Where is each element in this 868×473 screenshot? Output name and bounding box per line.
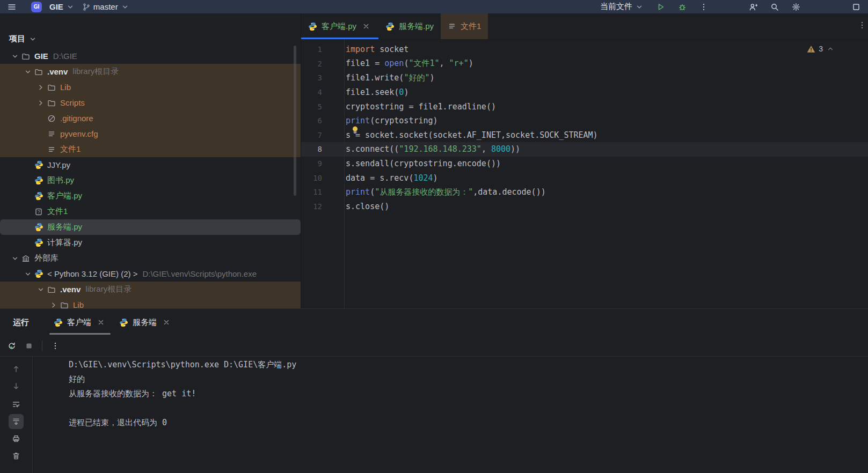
line-number[interactable]: 9 [301, 159, 344, 168]
tree-item[interactable]: .gitignore [0, 110, 301, 126]
console-line [69, 401, 868, 416]
line-number[interactable]: 3 [301, 73, 344, 82]
tree-item[interactable]: 文件1 [0, 142, 301, 157]
chevron-down-icon [28, 35, 37, 43]
chevron-down-icon[interactable] [21, 270, 34, 278]
rerun-icon[interactable] [8, 342, 16, 350]
editor-tab[interactable]: 客户端.py [301, 13, 378, 39]
soft-wrap-button[interactable] [9, 397, 24, 412]
editor-tab[interactable]: 文件1 [441, 13, 488, 39]
run-tool-window: 运行 客户端服务端 D:\GIE\.venv\Scripts\python.ex… [0, 308, 868, 473]
tree-item[interactable]: pyvenv.cfg [0, 126, 301, 142]
inspections-widget[interactable]: 3 [807, 45, 835, 53]
tree-item[interactable]: 客户端.py [0, 188, 301, 204]
tree-item[interactable]: Lib [0, 297, 301, 308]
more-options-icon[interactable] [51, 342, 60, 350]
code-line: 11print("从服务器接收的数据为：",data.decode()) [301, 185, 868, 199]
run-tab[interactable]: 客户端 [47, 309, 113, 336]
tree-item[interactable]: GIED:\GIE [0, 48, 301, 64]
run-configuration-selector[interactable]: 当前文件 [600, 2, 644, 12]
python-icon [34, 238, 47, 247]
run-panel-title[interactable]: 运行 [13, 317, 29, 328]
tree-item[interactable]: 图书.py [0, 173, 301, 188]
code-line: 10data = s.recv(1024) [301, 171, 868, 185]
python-icon [308, 22, 317, 31]
close-icon[interactable] [96, 317, 106, 328]
tree-item-label: GIE [34, 51, 48, 61]
search-icon[interactable] [770, 3, 779, 11]
line-number[interactable]: 8 [301, 145, 344, 153]
arrow-up-button[interactable] [9, 361, 24, 376]
console-line: 好的 [69, 372, 868, 387]
line-number[interactable]: 11 [301, 188, 344, 196]
printer-button[interactable] [9, 431, 24, 446]
window-icon[interactable] [852, 3, 860, 11]
chevron-right-icon[interactable] [34, 83, 47, 92]
line-number[interactable]: 12 [301, 202, 344, 211]
console-line: D:\GIE\.venv\Scripts\python.exe D:\GIE\客… [69, 358, 868, 372]
tree-item[interactable]: .venvlibrary根目录 [0, 64, 301, 79]
chevron-right-icon[interactable] [34, 99, 47, 107]
editor-tab-label: 客户端.py [322, 21, 356, 32]
line-number[interactable]: 7 [301, 131, 344, 139]
tree-item[interactable]: .venvlibrary根目录 [0, 282, 301, 297]
stop-icon[interactable] [25, 342, 33, 350]
editor-tab[interactable]: 服务端.py [378, 13, 441, 39]
more-vertical-icon[interactable] [699, 3, 708, 11]
project-name: GIE [49, 2, 63, 11]
tree-item[interactable]: JJY.py [0, 157, 301, 173]
chevron-right-icon[interactable] [47, 301, 60, 309]
project-tree-scrollbar[interactable] [294, 46, 296, 196]
python-icon [34, 160, 47, 169]
chevron-down-icon[interactable] [9, 52, 21, 61]
code-text: file1.seek(0) [344, 87, 409, 97]
arrow-down-button[interactable] [9, 379, 24, 394]
user-plus-icon[interactable] [749, 3, 757, 11]
line-number[interactable]: 10 [301, 174, 344, 182]
python-icon [34, 191, 47, 201]
tree-item[interactable]: 计算器.py [0, 235, 301, 250]
chevron-down-icon[interactable] [21, 68, 34, 76]
trash-button[interactable] [9, 448, 24, 463]
folder-icon [47, 99, 60, 107]
editor-tab-label: 文件1 [461, 21, 481, 32]
chevron-down-icon[interactable] [34, 285, 47, 294]
run-tab[interactable]: 服务端 [113, 309, 178, 336]
tree-item[interactable]: < Python 3.12 (GIE) (2) >D:\GIE\.venv\Sc… [0, 266, 301, 282]
library-icon [21, 254, 34, 263]
project-view-selector[interactable]: 项目 [9, 34, 37, 44]
code-editor[interactable]: 1import socket2file1 = open("文件1", "r+")… [301, 40, 868, 308]
close-icon[interactable] [161, 317, 172, 328]
code-text: data = s.recv(1024) [344, 173, 438, 183]
python-icon [119, 318, 128, 327]
settings-icon[interactable] [792, 3, 800, 11]
vcs-branch-widget[interactable]: master [82, 2, 129, 11]
folder-icon [21, 52, 34, 61]
tree-item-label: 文件1 [60, 144, 81, 154]
run-icon[interactable] [657, 3, 665, 11]
chevron-down-icon [66, 3, 75, 11]
hamburger-menu-icon[interactable] [8, 3, 16, 11]
project-widget[interactable]: GIE [49, 2, 75, 11]
line-number[interactable]: 5 [301, 102, 344, 111]
tree-item[interactable]: Scripts [0, 95, 301, 110]
tab-options-icon[interactable] [858, 21, 866, 29]
chevron-down-icon[interactable] [9, 254, 21, 263]
code-line: 4file1.seek(0) [301, 85, 868, 100]
line-number[interactable]: 6 [301, 116, 344, 125]
tree-item[interactable]: Lib [0, 79, 301, 95]
line-number[interactable]: 4 [301, 88, 344, 97]
tree-item[interactable]: ?文件1 [0, 204, 301, 219]
scroll-to-end-button[interactable] [9, 414, 24, 429]
project-badge[interactable]: GI [31, 2, 42, 12]
line-number[interactable]: 1 [301, 45, 344, 54]
intention-lightbulb-icon[interactable] [351, 125, 360, 135]
line-number[interactable]: 2 [301, 60, 344, 68]
console-output[interactable]: D:\GIE\.venv\Scripts\python.exe D:\GIE\客… [33, 357, 868, 473]
tree-item-label: .gitignore [60, 114, 93, 123]
tree-item[interactable]: 服务端.py [0, 219, 301, 235]
debug-icon[interactable] [678, 3, 687, 11]
close-icon[interactable] [361, 21, 371, 32]
project-tree: GIED:\GIE.venvlibrary根目录LibScripts.gitig… [0, 48, 301, 308]
tree-item[interactable]: 外部库 [0, 250, 301, 266]
